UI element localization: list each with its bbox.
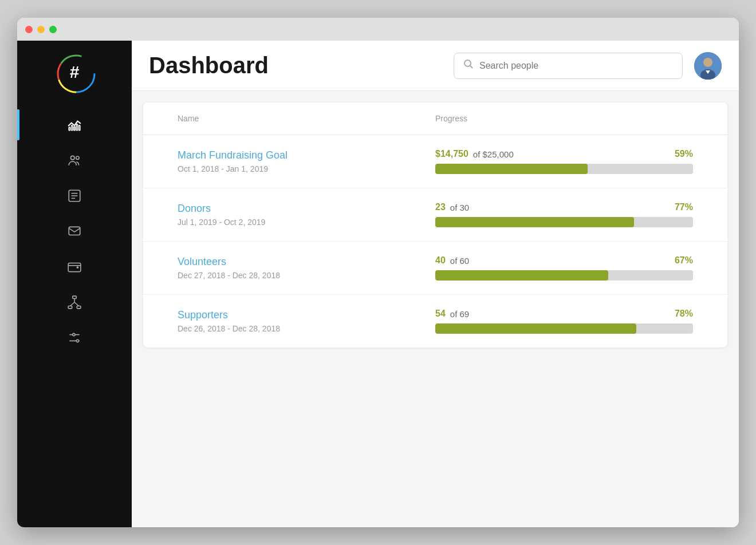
goal-name-link[interactable]: Volunteers: [178, 256, 226, 267]
progress-current: 54: [435, 309, 446, 319]
goals-list: March Fundraising Goal Oct 1, 2018 - Jan…: [143, 135, 727, 347]
progress-bar-wrap: [435, 323, 693, 334]
progress-current: $14,750: [435, 149, 468, 159]
progress-section: 40 of 60 67%: [435, 255, 693, 281]
logo-hash: #: [70, 62, 80, 82]
svg-rect-16: [68, 263, 81, 272]
sidebar-item-settings[interactable]: [17, 322, 132, 353]
maximize-button[interactable]: [49, 26, 57, 33]
forms-icon: [67, 188, 82, 203]
progress-percent: 67%: [675, 255, 693, 266]
svg-point-25: [73, 333, 75, 335]
chart-icon: [67, 117, 82, 132]
progress-percent: 78%: [675, 309, 693, 319]
svg-rect-5: [72, 125, 73, 131]
table-header: Name Progress: [143, 102, 727, 135]
svg-rect-18: [68, 306, 72, 309]
svg-rect-15: [69, 227, 80, 235]
settings-icon: [67, 330, 82, 345]
progress-meta: 23 of 30 77%: [435, 202, 693, 212]
progress-current: 40: [435, 255, 446, 266]
progress-bar-wrap: [435, 270, 693, 281]
logo: #: [54, 52, 94, 92]
progress-meta: 54 of 69 78%: [435, 309, 693, 319]
sidebar-item-wallet[interactable]: [17, 251, 132, 282]
goal-row: March Fundraising Goal Oct 1, 2018 - Jan…: [143, 135, 727, 188]
search-input[interactable]: [479, 61, 673, 71]
people-icon: [67, 153, 82, 168]
search-box: [454, 53, 683, 79]
svg-rect-6: [74, 127, 75, 131]
search-icon: [463, 59, 474, 72]
network-icon: [67, 295, 82, 310]
progress-section: $14,750 of $25,000 59%: [435, 149, 693, 174]
close-button[interactable]: [25, 26, 33, 33]
sidebar-nav: [17, 109, 132, 353]
goal-info: March Fundraising Goal Oct 1, 2018 - Jan…: [178, 149, 435, 173]
goal-name-link[interactable]: March Fundraising Goal: [178, 149, 288, 161]
svg-rect-4: [69, 127, 70, 130]
progress-bar-fill: [435, 270, 608, 281]
goal-row: Donors Jul 1, 2019 - Oct 2, 2019 23 of 3…: [143, 188, 727, 242]
progress-section: 23 of 30 77%: [435, 202, 693, 227]
progress-percent: 77%: [675, 202, 693, 212]
goal-info: Volunteers Dec 27, 2018 - Dec 28, 2018: [178, 256, 435, 280]
header: Dashboard: [132, 41, 739, 91]
goal-info: Supporters Dec 26, 2018 - Dec 28, 2018: [178, 309, 435, 333]
svg-line-30: [470, 66, 473, 69]
svg-point-28: [76, 339, 78, 342]
svg-point-9: [71, 156, 75, 160]
sidebar-item-network[interactable]: [17, 287, 132, 318]
goals-card: Name Progress March Fundraising Goal Oct…: [143, 102, 727, 347]
svg-rect-8: [79, 125, 80, 131]
goal-name-link[interactable]: Supporters: [178, 309, 228, 321]
svg-point-29: [464, 60, 471, 66]
goal-date: Dec 26, 2018 - Dec 28, 2018: [178, 324, 435, 333]
minimize-button[interactable]: [37, 26, 45, 33]
sidebar-item-forms[interactable]: [17, 180, 132, 211]
progress-bar-wrap: [435, 164, 693, 174]
svg-rect-19: [77, 306, 81, 309]
wallet-icon: [67, 259, 82, 274]
progress-of: of 60: [450, 256, 469, 266]
progress-bar-fill: [435, 323, 636, 334]
sidebar: #: [17, 41, 132, 527]
goal-row: Supporters Dec 26, 2018 - Dec 28, 2018 5…: [143, 295, 727, 347]
page-title: Dashboard: [149, 53, 454, 78]
progress-bar-fill: [435, 217, 634, 227]
svg-rect-7: [76, 124, 77, 131]
goal-date: Oct 1, 2018 - Jan 1, 2019: [178, 164, 435, 173]
progress-bar-wrap: [435, 217, 693, 227]
progress-percent: 59%: [675, 149, 693, 159]
goal-date: Jul 1, 2019 - Oct 2, 2019: [178, 218, 435, 227]
progress-meta: 40 of 60 67%: [435, 255, 693, 266]
goal-name-link[interactable]: Donors: [178, 203, 211, 214]
content-area: Name Progress March Fundraising Goal Oct…: [132, 91, 739, 527]
progress-section: 54 of 69 78%: [435, 309, 693, 334]
main-content: Dashboard: [132, 41, 739, 527]
svg-rect-17: [73, 296, 77, 298]
avatar[interactable]: [694, 52, 722, 80]
progress-meta: $14,750 of $25,000 59%: [435, 149, 693, 159]
sidebar-item-dashboard[interactable]: [17, 109, 132, 140]
sidebar-item-messages[interactable]: [17, 216, 132, 247]
progress-of: of $25,000: [473, 149, 514, 159]
progress-current: 23: [435, 202, 446, 212]
progress-of: of 69: [450, 309, 469, 319]
sidebar-item-people[interactable]: [17, 145, 132, 176]
progress-of: of 30: [450, 203, 469, 212]
svg-point-10: [76, 156, 79, 159]
avatar-image: [694, 52, 722, 80]
app-layout: #: [17, 41, 739, 527]
col-name-label: Name: [178, 114, 435, 123]
svg-point-32: [703, 58, 712, 67]
svg-line-22: [74, 302, 79, 306]
progress-bar-fill: [435, 164, 588, 174]
svg-line-21: [70, 302, 74, 306]
messages-icon: [67, 224, 82, 239]
goal-row: Volunteers Dec 27, 2018 - Dec 28, 2018 4…: [143, 242, 727, 295]
goal-date: Dec 27, 2018 - Dec 28, 2018: [178, 271, 435, 280]
col-progress-label: Progress: [435, 114, 693, 123]
title-bar: [17, 18, 739, 41]
goal-info: Donors Jul 1, 2019 - Oct 2, 2019: [178, 203, 435, 227]
